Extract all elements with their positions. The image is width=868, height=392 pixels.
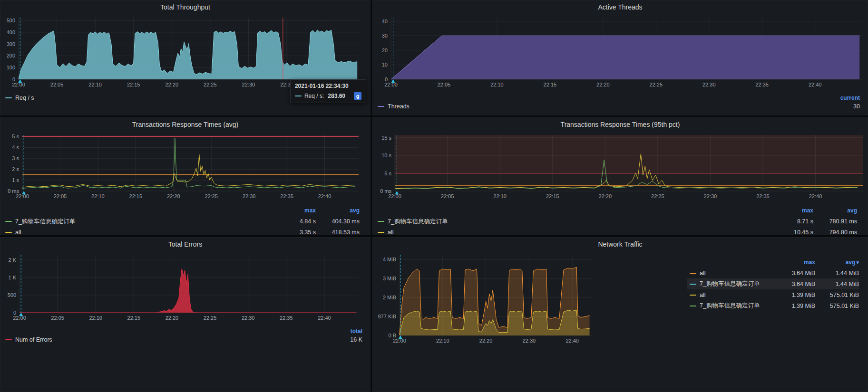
legend-item-cart[interactable]: 7_购物车信息确定订单 xyxy=(690,302,775,310)
svg-text:22:15: 22:15 xyxy=(544,82,557,87)
svg-text:4 s: 4 s xyxy=(12,144,19,150)
network-chart[interactable]: 0 B977 KiB2 MiB3 MiB4 MiB22:0022:1022:20… xyxy=(373,251,596,346)
svg-text:3 s: 3 s xyxy=(12,155,19,161)
svg-text:300: 300 xyxy=(7,41,15,47)
legend-row-all-orange: all 3.64 MiB 1.44 MiB xyxy=(687,268,859,278)
svg-text:22:25: 22:25 xyxy=(651,193,664,199)
stat-avg: 780.91 ms xyxy=(813,218,857,225)
network-chart-canvas[interactable]: 0 B977 KiB2 MiB3 MiB4 MiB22:0022:1022:20… xyxy=(373,251,596,346)
panel-title-rt-avg[interactable]: Transactions Response Times (avg) xyxy=(0,118,370,131)
legend-row-cart-green: 7_购物车信息确定订单 1.39 MiB 575.01 KiB xyxy=(687,300,859,311)
tooltip-series-dash xyxy=(295,96,302,96)
svg-text:22:20: 22:20 xyxy=(166,315,179,321)
panel-title-rt-95[interactable]: Transactions Response Times (95th pct) xyxy=(373,118,868,131)
legend-item-all[interactable]: all xyxy=(5,229,272,235)
panel-rt-avg: Transactions Response Times (avg) 0 ms1 … xyxy=(0,117,371,235)
legend-header-avg[interactable]: avg xyxy=(316,207,360,214)
stat-avg: 575.01 KiB xyxy=(815,303,859,309)
legend-header-max[interactable]: max xyxy=(770,207,813,214)
svg-text:400: 400 xyxy=(7,29,15,35)
svg-text:22:10: 22:10 xyxy=(490,82,504,87)
legend-row-cart: 7_购物车信息确定订单 8.71 s 780.91 ms xyxy=(378,216,857,227)
svg-text:15 s: 15 s xyxy=(381,135,391,141)
stat-header-current[interactable]: current xyxy=(840,95,860,101)
g-badge: g xyxy=(354,92,361,100)
panel-title-active-threads[interactable]: Active Threads xyxy=(373,0,868,14)
legend-header-max[interactable]: max xyxy=(272,207,316,214)
throughput-chart-canvas[interactable]: 010020030040050022:0022:0522:1022:1522:2… xyxy=(0,14,370,90)
rt-95-chart-canvas[interactable]: 0 ms5 s10 s15 s22:0022:0522:1022:1522:20… xyxy=(373,131,868,201)
series-dash xyxy=(5,339,12,340)
panel-title-total-errors[interactable]: Total Errors xyxy=(0,238,370,251)
svg-text:22:40: 22:40 xyxy=(809,82,822,87)
svg-text:200: 200 xyxy=(7,53,15,58)
svg-text:22:40: 22:40 xyxy=(318,193,332,199)
errors-chart[interactable]: 05001 K2 K22:0022:0522:1022:1522:2022:25… xyxy=(0,251,370,323)
svg-text:20: 20 xyxy=(382,48,388,53)
legend-item-all[interactable]: all xyxy=(378,229,770,235)
legend-row-all: all 3.35 s 418.53 ms xyxy=(5,227,360,235)
legend-item-all[interactable]: all xyxy=(690,270,775,277)
legend-item-errors[interactable]: Num of Errors xyxy=(5,336,52,343)
threads-chart-canvas[interactable]: 01020304022:0022:0522:1022:1522:2022:252… xyxy=(373,14,868,90)
svg-text:3 MiB: 3 MiB xyxy=(383,276,396,281)
legend-item-reqs[interactable]: Req / s xyxy=(5,95,34,101)
svg-text:22:10: 22:10 xyxy=(91,193,105,199)
legend-label: all xyxy=(700,292,706,298)
legend-label: all xyxy=(388,229,394,235)
svg-text:22:05: 22:05 xyxy=(441,193,454,199)
legend-header-avg[interactable]: avg▾ xyxy=(815,259,859,266)
stat-max: 3.64 MiB xyxy=(775,270,815,277)
rt-avg-chart[interactable]: 0 ms1 s2 s3 s4 s5 s22:0022:0522:1022:152… xyxy=(0,131,370,201)
svg-text:2 s: 2 s xyxy=(12,166,19,172)
legend-row-cart: 7_购物车信息确定订单 4.84 s 404.30 ms xyxy=(5,216,360,227)
dashboard-grid: Total Throughput 010020030040050022:0022… xyxy=(0,0,868,392)
series-dash xyxy=(5,97,12,98)
rt-95-chart[interactable]: 0 ms5 s10 s15 s22:0022:0522:1022:1522:20… xyxy=(373,131,868,201)
svg-text:22:40: 22:40 xyxy=(809,193,822,199)
stat-avg: 418.53 ms xyxy=(316,229,360,235)
stat-max: 8.71 s xyxy=(770,218,813,225)
threads-chart[interactable]: 01020304022:0022:0522:1022:1522:2022:252… xyxy=(373,14,868,90)
svg-text:22:00: 22:00 xyxy=(384,82,398,87)
legend-label: Num of Errors xyxy=(15,336,52,343)
svg-text:22:30: 22:30 xyxy=(523,338,536,344)
svg-text:22:30: 22:30 xyxy=(242,315,255,321)
svg-text:22:00: 22:00 xyxy=(16,193,29,199)
svg-text:22:35: 22:35 xyxy=(755,82,769,87)
svg-text:1 K: 1 K xyxy=(8,275,16,280)
stat-value-total: 16 K xyxy=(350,336,362,343)
svg-text:22:10: 22:10 xyxy=(493,193,507,199)
threads-legend: Threads current 30 xyxy=(373,90,868,110)
rt-avg-legend: max avg 7_购物车信息确定订单 4.84 s 404.30 ms all… xyxy=(0,201,370,235)
svg-text:2 MiB: 2 MiB xyxy=(383,295,396,300)
svg-text:22:00: 22:00 xyxy=(388,193,401,199)
svg-text:5 s: 5 s xyxy=(12,134,19,139)
panel-total-throughput: Total Throughput 010020030040050022:0022… xyxy=(0,0,371,115)
stat-max: 1.39 MiB xyxy=(775,292,815,298)
errors-chart-canvas[interactable]: 05001 K2 K22:0022:0522:1022:1522:2022:25… xyxy=(0,251,370,323)
svg-text:22:30: 22:30 xyxy=(702,82,716,87)
panel-title-total-throughput[interactable]: Total Throughput xyxy=(0,0,370,14)
svg-text:5 s: 5 s xyxy=(384,171,391,176)
stat-max: 3.64 MiB xyxy=(775,281,815,287)
stat-max: 3.35 s xyxy=(272,229,316,235)
legend-item-cart[interactable]: 7_购物车信息确定订单 xyxy=(690,280,775,288)
panel-active-threads: Active Threads 01020304022:0022:0522:102… xyxy=(372,0,868,115)
legend-header-avg[interactable]: avg xyxy=(813,207,857,214)
legend-header-max[interactable]: max xyxy=(775,259,815,266)
throughput-chart[interactable]: 010020030040050022:0022:0522:1022:1522:2… xyxy=(0,14,370,90)
legend-item-all[interactable]: all xyxy=(690,292,775,298)
legend-header-row: max avg xyxy=(5,205,360,216)
panel-title-network-traffic[interactable]: Network Traffic xyxy=(373,238,868,251)
legend-item-cart[interactable]: 7_购物车信息确定订单 xyxy=(378,218,770,226)
svg-text:40: 40 xyxy=(382,19,388,24)
legend-stat-current: current 30 xyxy=(840,95,860,110)
rt-avg-chart-canvas[interactable]: 0 ms1 s2 s3 s4 s5 s22:0022:0522:1022:152… xyxy=(0,131,370,201)
svg-text:22:25: 22:25 xyxy=(205,193,218,199)
legend-item-cart[interactable]: 7_购物车信息确定订单 xyxy=(5,218,272,226)
legend-item-threads[interactable]: Threads xyxy=(378,103,410,110)
stat-header-total[interactable]: total xyxy=(351,328,362,335)
series-dash xyxy=(690,295,696,296)
svg-text:22:35: 22:35 xyxy=(756,193,770,199)
